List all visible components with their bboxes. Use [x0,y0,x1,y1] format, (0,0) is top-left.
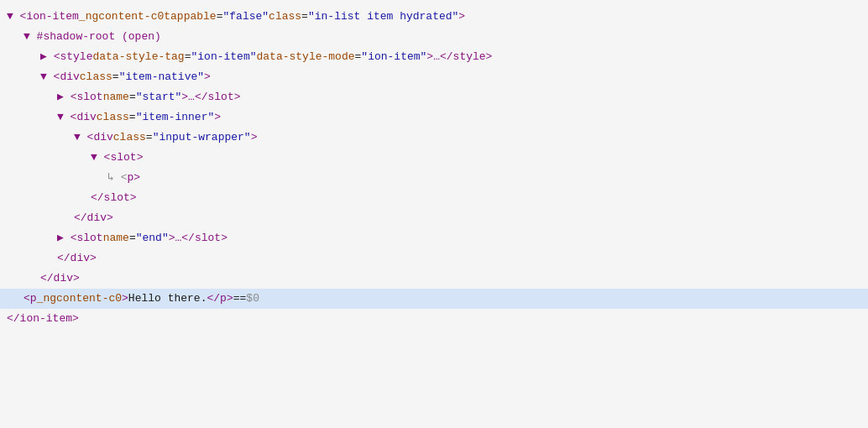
html-line-4[interactable]: ▼ <div class="item-native"> [0,67,868,87]
attr-equals: = [301,8,308,25]
tag-bracket: </ [74,210,87,227]
tag-bracket: > [73,270,80,287]
html-line-1[interactable]: ▼ <ion-item _ngcontent-c0 tappable="fals… [0,7,868,27]
tag-bracket: > [130,190,137,206]
tag-name: slot [195,230,221,247]
tag-bracket: > [122,290,128,307]
attr-name: class [97,109,129,126]
attr-equals: = [355,49,362,65]
attr-equals: = [129,230,136,247]
attr-value: "ion-item" [361,49,426,65]
tag-name: div [93,129,112,146]
tag-bracket: ▼ < [57,109,76,126]
tag-bracket: </ [7,311,20,327]
attr-equals: = [146,129,153,146]
html-line-15[interactable]: <p _ngcontent-c0>Hello there.</p> == $0 [0,289,868,309]
attr-name: tappable [164,8,216,25]
attr-name: _ngcontent-c0 [37,290,122,307]
html-line-2[interactable]: ▼ #shadow-root (open) [0,27,868,47]
attr-name: _ngcontent-c0 [79,8,164,25]
tag-name: slot [76,89,102,106]
tag-name: p [220,290,227,307]
attr-equals: = [112,69,119,86]
html-line-12[interactable]: ▶ <slot name="end">…</slot> [0,228,868,248]
tag-bracket: </ [57,250,71,267]
tag-bracket: ▼ #shadow-root (open) [24,29,161,45]
tag-bracket: </ [91,190,104,206]
attr-equals: = [217,8,223,25]
attr-equals: = [129,109,136,126]
tag-name: p [30,290,37,307]
tag-bracket: < [24,290,30,307]
attr-value: "end" [136,230,169,247]
tag-bracket: > [221,230,227,247]
attr-value: "false" [222,8,269,25]
html-line-13[interactable]: </div> [0,248,868,269]
attr-value: "start" [136,89,182,106]
tag-name: div [87,210,107,227]
tag-name: div [54,270,73,287]
tag-bracket: > [458,8,465,25]
attr-name: data-style-tag [92,49,184,65]
html-line-3[interactable]: ▶ <style data-style-tag="ion-item" data-… [0,47,868,67]
attr-name: class [269,8,301,25]
tag-bracket: ▶ < [57,89,76,106]
attr-name: data-style-mode [257,49,355,65]
html-line-6[interactable]: ▼ <div class="item-inner"> [0,107,868,128]
tag-bracket: > [137,149,144,166]
attr-value: "input-wrapper" [153,129,251,146]
tag-bracket: > [214,109,221,126]
html-line-8[interactable]: ▼ <slot> [0,148,868,168]
tag-bracket: </ [207,290,220,307]
attr-value: "in-list item hydrated" [308,8,458,25]
tag-bracket: > [90,250,97,267]
tag-bracket: >…</ [426,49,452,65]
attr-value: "ion-item" [191,49,256,65]
attr-value: "item-native" [119,69,204,86]
text-content: Hello there. [128,290,207,307]
html-line-11[interactable]: </div> [0,208,868,228]
tag-bracket: ▼ < [74,129,93,146]
tag-name: ion-item [20,311,72,327]
tag-name: div [76,109,96,126]
attr-name: class [80,69,112,86]
html-line-7[interactable]: ▼ <div class="input-wrapper"> [0,128,868,148]
html-line-9[interactable]: ↳ <p> [0,168,868,188]
tag-name: slot [208,89,234,106]
html-line-14[interactable]: </div> [0,269,868,289]
tag-name: slot [110,149,136,166]
attr-name: name [103,89,129,106]
tag-name: style [453,49,486,65]
tag-bracket: > [133,170,140,186]
attr-equals: = [185,49,191,65]
attr-equals: == [233,290,247,307]
attr-name: name [103,230,129,247]
tag-name: ion-item [26,8,78,25]
tag-bracket: ▶ < [57,230,76,247]
attr-name: class [113,129,146,146]
tag-bracket: > [251,129,258,146]
tag-bracket: ▼ < [91,149,110,166]
tag-bracket: > [486,49,493,65]
tag-bracket: > [72,311,79,327]
tag-name: style [60,49,92,65]
tag-name: p [127,170,133,186]
tag-bracket: </ [40,270,54,287]
tag-bracket: > [234,89,241,106]
tag-name: slot [104,190,130,206]
tag-bracket: ▼ < [7,8,26,25]
tag-bracket: >…</ [181,89,207,106]
html-line-10[interactable]: </slot> [0,188,868,208]
tag-name: slot [76,230,102,247]
devtools-panel: ▼ <ion-item _ngcontent-c0 tappable="fals… [0,0,868,428]
tag-bracket: > [204,69,211,86]
tag-bracket: ▶ < [40,49,60,65]
attr-equals: = [129,89,136,106]
html-line-16[interactable]: </ion-item> [0,309,868,329]
tag-name: div [71,250,90,267]
tag-bracket: >…</ [169,230,195,247]
html-line-5[interactable]: ▶ <slot name="start">…</slot> [0,87,868,107]
tag-bracket: ▼ < [40,69,60,86]
tag-name: div [60,69,79,86]
return-arrow: ↳ < [107,170,127,186]
